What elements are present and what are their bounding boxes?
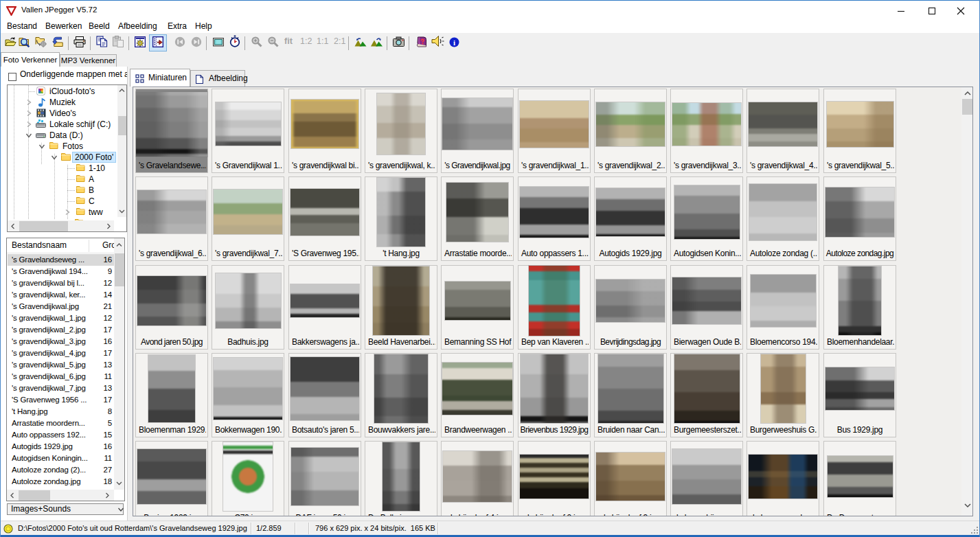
- svg-text:i: i: [453, 38, 455, 47]
